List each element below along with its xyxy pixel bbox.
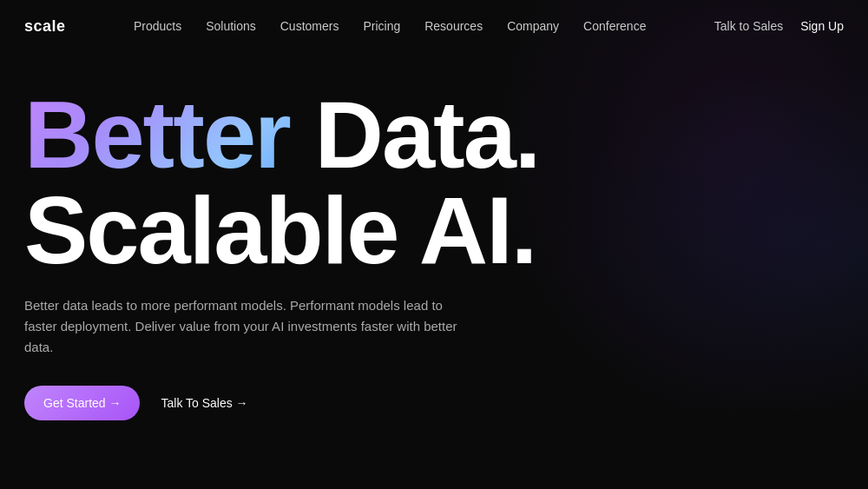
nav-item-solutions[interactable]: Solutions [206,19,256,33]
nav-actions: Talk to Sales Sign Up [714,19,844,33]
nav-links: Products Solutions Customers Pricing Res… [134,18,647,34]
navbar: scale Products Solutions Customers Prici… [0,0,868,52]
get-started-button[interactable]: Get Started → [24,386,140,420]
hero-headline: Better Data. Scalable AI. [24,87,844,278]
hero-actions: Get Started → Talk To Sales → [24,386,844,420]
nav-item-conference[interactable]: Conference [583,19,646,33]
talk-to-sales-link[interactable]: Talk to Sales [714,19,783,33]
nav-item-customers[interactable]: Customers [280,19,339,33]
headline-data: Data. [314,81,539,188]
headline-scalable-ai: Scalable AI. [24,182,844,278]
sign-up-link[interactable]: Sign Up [800,19,844,33]
nav-item-company[interactable]: Company [507,19,559,33]
talk-to-sales-button[interactable]: Talk To Sales → [161,396,247,410]
hero-subtitle: Better data leads to more performant mod… [24,295,458,358]
hero-section: Better Data. Scalable AI. Better data le… [0,52,868,420]
headline-better: Better [24,81,314,188]
nav-item-products[interactable]: Products [134,19,181,33]
nav-item-pricing[interactable]: Pricing [363,19,400,33]
hero-content: Better Data. Scalable AI. Better data le… [24,87,844,420]
logo[interactable]: scale [24,17,66,36]
nav-item-resources[interactable]: Resources [424,19,483,33]
